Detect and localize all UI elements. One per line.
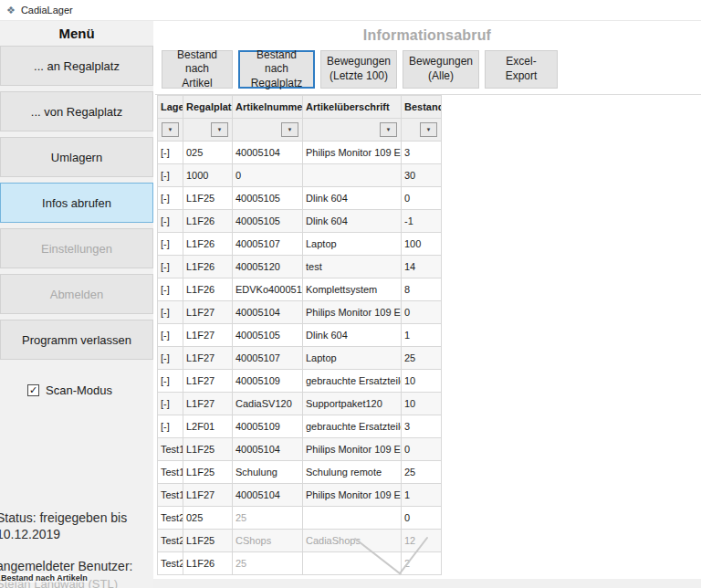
table-cell[interactable]: 40005105 bbox=[233, 324, 303, 347]
table-cell[interactable]: [-] bbox=[158, 256, 183, 278]
table-cell[interactable]: 025 bbox=[183, 507, 233, 530]
table-cell[interactable]: Test1 bbox=[158, 438, 183, 461]
table-cell[interactable]: Test2 bbox=[158, 507, 183, 530]
table-cell[interactable]: L1F26 bbox=[183, 256, 233, 278]
table-row[interactable]: [-]L1F2740005109gebrauchte Ersatzteile10 bbox=[158, 370, 442, 393]
table-cell[interactable]: Philips Monitor 109 E50 bbox=[303, 438, 402, 461]
table-cell[interactable]: 40005104 bbox=[233, 142, 303, 164]
table-cell[interactable]: Schulung bbox=[233, 461, 303, 484]
table-cell[interactable]: 3 bbox=[402, 142, 442, 164]
table-cell[interactable]: Test1 bbox=[158, 484, 183, 507]
table-cell[interactable]: [-] bbox=[158, 415, 183, 438]
table-cell[interactable]: 10 bbox=[402, 393, 442, 415]
table-cell[interactable]: 40005104 bbox=[233, 438, 303, 461]
table-cell[interactable]: 10 bbox=[402, 370, 442, 393]
table-cell[interactable]: Philips Monitor 109 E50 bbox=[303, 484, 402, 507]
sidebar-item-an-regalplatz[interactable]: ... an Regalplatz bbox=[0, 46, 153, 86]
table-cell[interactable]: Laptop bbox=[303, 347, 402, 370]
table-cell[interactable]: [-] bbox=[158, 142, 183, 164]
filter-button-lager[interactable]: ▼ bbox=[162, 122, 179, 137]
table-cell[interactable]: L1F27 bbox=[183, 484, 233, 507]
tab-bewegungen-alle[interactable]: Bewegungen (Alle) bbox=[403, 50, 479, 89]
table-cell[interactable]: CadiaShops bbox=[303, 530, 402, 552]
table-cell[interactable]: 3 bbox=[402, 415, 442, 438]
table-cell[interactable]: 2 bbox=[402, 552, 442, 575]
table-cell[interactable]: [-] bbox=[158, 347, 183, 370]
table-cell[interactable]: Dlink 604 bbox=[303, 210, 402, 233]
table-cell[interactable]: 100 bbox=[402, 233, 442, 256]
table-cell[interactable]: L1F27 bbox=[183, 347, 233, 370]
table-cell[interactable]: 0 bbox=[402, 301, 442, 324]
tab-bestand-nach-artikel[interactable]: Bestand nach Artikel bbox=[162, 50, 233, 89]
table-row[interactable]: Test2L1F25CShopsCadiaShops12 bbox=[158, 530, 442, 552]
table-cell[interactable]: [-] bbox=[158, 370, 183, 393]
table-row[interactable]: [-]L1F2540005105Dlink 6040 bbox=[158, 187, 442, 210]
table-cell[interactable] bbox=[303, 164, 402, 187]
table-cell[interactable]: Test2 bbox=[158, 552, 183, 575]
column-header-bestand[interactable]: Bestand bbox=[402, 96, 442, 119]
table-cell[interactable]: 8 bbox=[402, 278, 442, 301]
column-header-artikelüberschrift[interactable]: Artikelüberschrift bbox=[303, 96, 402, 119]
table-cell[interactable]: L1F25 bbox=[183, 187, 233, 210]
table-cell[interactable]: 25 bbox=[402, 461, 442, 484]
table-cell[interactable]: 025 bbox=[183, 142, 233, 164]
table-cell[interactable]: [-] bbox=[158, 164, 183, 187]
table-cell[interactable]: 40005109 bbox=[233, 415, 303, 438]
table-cell[interactable]: 1 bbox=[402, 324, 442, 347]
table-cell[interactable]: CShops bbox=[233, 530, 303, 552]
table-row[interactable]: Test1L1F2540005104Philips Monitor 109 E5… bbox=[158, 438, 442, 461]
filter-button-bestand[interactable]: ▼ bbox=[420, 122, 437, 137]
table-cell[interactable]: L1F26 bbox=[183, 233, 233, 256]
table-cell[interactable]: [-] bbox=[158, 210, 183, 233]
table-cell[interactable]: 25 bbox=[402, 347, 442, 370]
table-cell[interactable]: L1F26 bbox=[183, 210, 233, 233]
table-cell[interactable]: L1F25 bbox=[183, 530, 233, 552]
table-row[interactable]: [-]02540005104Philips Monitor 109 E503 bbox=[158, 142, 442, 164]
table-cell[interactable]: 0 bbox=[402, 438, 442, 461]
column-header-lager[interactable]: Lager bbox=[158, 96, 183, 119]
table-cell[interactable]: 40005105 bbox=[233, 210, 303, 233]
table-cell[interactable]: gebrauchte Ersatzteile bbox=[303, 415, 402, 438]
table-cell[interactable]: 0 bbox=[233, 164, 303, 187]
sidebar-item-von-regalplatz[interactable]: ... von Regalplatz bbox=[0, 91, 153, 131]
table-cell[interactable]: 0 bbox=[402, 187, 442, 210]
table-row[interactable]: [-]L2F0140005109gebrauchte Ersatzteile3 bbox=[158, 415, 442, 438]
table-row[interactable]: [-]L1F26EDVKo40005113Komplettsystem8 bbox=[158, 278, 442, 301]
table-cell[interactable]: 0 bbox=[402, 507, 442, 530]
table-cell[interactable]: test bbox=[303, 256, 402, 278]
tab-bestand-nach-regalplatz[interactable]: Bestand nach Regalplatz bbox=[238, 50, 315, 89]
filter-button-artikelüberschrift[interactable]: ▼ bbox=[380, 122, 397, 137]
table-cell[interactable]: 40005104 bbox=[233, 484, 303, 507]
table-cell[interactable]: [-] bbox=[158, 278, 183, 301]
table-cell[interactable]: L1F27 bbox=[183, 301, 233, 324]
table-cell[interactable]: 25 bbox=[233, 552, 303, 575]
table-row[interactable]: Test2L1F26252 bbox=[158, 552, 442, 575]
table-row[interactable]: [-]L1F2740005107Laptop25 bbox=[158, 347, 442, 370]
table-cell[interactable]: L2F01 bbox=[183, 415, 233, 438]
table-cell[interactable]: [-] bbox=[158, 233, 183, 256]
tab-bewegungen-letzte-100[interactable]: Bewegungen (Letzte 100) bbox=[320, 50, 397, 89]
table-cell[interactable]: L1F25 bbox=[183, 438, 233, 461]
table-row[interactable]: [-]L1F2740005104Philips Monitor 109 E500 bbox=[158, 301, 442, 324]
column-header-artikelnummer[interactable]: Artikelnummer bbox=[233, 96, 303, 119]
table-cell[interactable]: Laptop bbox=[303, 233, 402, 256]
tab-excel-export[interactable]: Excel-Export bbox=[485, 50, 558, 89]
table-cell[interactable]: [-] bbox=[158, 187, 183, 210]
table-cell[interactable]: 40005107 bbox=[233, 233, 303, 256]
scan-mode-checkbox[interactable]: ✓ Scan-Modus bbox=[27, 383, 112, 397]
table-cell[interactable]: Dlink 604 bbox=[303, 324, 402, 347]
table-cell[interactable]: 40005105 bbox=[233, 187, 303, 210]
table-cell[interactable]: [-] bbox=[158, 393, 183, 415]
table-cell[interactable]: L1F25 bbox=[183, 461, 233, 484]
table-cell[interactable]: Philips Monitor 109 E50 bbox=[303, 301, 402, 324]
table-row[interactable]: Test2025250 bbox=[158, 507, 442, 530]
table-cell[interactable]: 25 bbox=[233, 507, 303, 530]
table-cell[interactable]: Test2 bbox=[158, 530, 183, 552]
table-cell[interactable]: 40005109 bbox=[233, 370, 303, 393]
table-cell[interactable]: L1F27 bbox=[183, 324, 233, 347]
table-cell[interactable]: -1 bbox=[402, 210, 442, 233]
table-cell[interactable] bbox=[303, 552, 402, 575]
table-cell[interactable]: [-] bbox=[158, 301, 183, 324]
table-row[interactable]: [-]L1F2640005107Laptop100 bbox=[158, 233, 442, 256]
table-cell[interactable]: CadiaSV120 bbox=[233, 393, 303, 415]
